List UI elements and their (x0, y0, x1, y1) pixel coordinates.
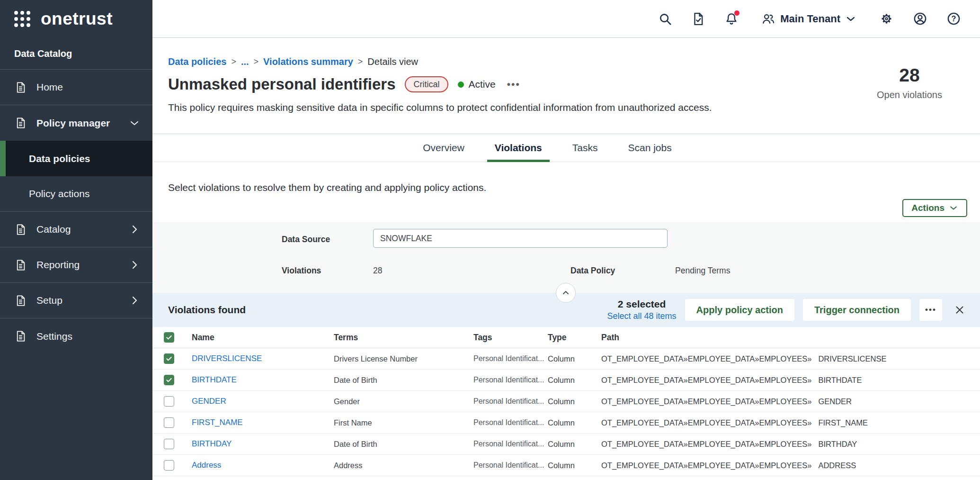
cell-terms: Address (334, 461, 473, 470)
cell-type: Column (548, 376, 601, 385)
column-header-tags: Tags (473, 333, 548, 343)
document-icon (14, 223, 27, 236)
table-row: FIRST_NAME First Name Personal Identific… (152, 412, 980, 434)
violations-hint: Select violations to resolve them by cre… (152, 181, 980, 194)
status-indicator: Active (458, 79, 496, 90)
sidebar-item-label: Catalog (36, 224, 71, 235)
path-prefix: OT_EMPLOYEE_DATA»EMPLOYEE_DATA»EMPLOYEES… (601, 354, 811, 363)
breadcrumb-separator: > (358, 56, 363, 67)
sidebar-item-settings[interactable]: Settings (0, 318, 152, 354)
sidebar-item-reporting[interactable]: Reporting (0, 247, 152, 283)
row-checkbox[interactable] (164, 375, 174, 385)
table-row: BIRTHDATE Date of Birth Personal Identif… (152, 370, 980, 391)
more-actions-button[interactable]: ••• (919, 299, 942, 321)
trigger-connection-button[interactable]: Trigger connection (803, 299, 911, 321)
selection-summary: 2 selected Select all 48 items (607, 299, 677, 321)
select-all-link[interactable]: Select all 48 items (607, 311, 677, 321)
filter-panel: Data Source Violations 28 Data Policy Pe… (152, 223, 980, 293)
row-checkbox[interactable] (164, 353, 174, 364)
data-source-input[interactable] (373, 229, 668, 248)
search-icon[interactable] (658, 12, 672, 26)
breadcrumb-link-data-policies[interactable]: Data policies (168, 56, 226, 67)
chevron-right-icon (129, 224, 140, 235)
tab-overview[interactable]: Overview (421, 134, 466, 162)
active-status-dot-icon (458, 82, 464, 88)
tab-violations[interactable]: Violations (493, 134, 544, 162)
path-prefix: OT_EMPLOYEE_DATA»EMPLOYEE_DATA»EMPLOYEES… (601, 376, 811, 384)
settings-gear-icon[interactable] (879, 11, 894, 26)
row-checkbox[interactable] (164, 439, 174, 449)
help-icon[interactable]: ? (946, 11, 961, 26)
violation-name-link[interactable]: DRIVERSLICENSE (192, 354, 334, 363)
violation-name-link[interactable]: FIRST_NAME (192, 418, 334, 427)
sidebar-item-policy-actions[interactable]: Policy actions (0, 176, 152, 212)
notifications-bell-icon[interactable] (724, 12, 739, 26)
path-prefix: OT_EMPLOYEE_DATA»EMPLOYEE_DATA»EMPLOYEES… (601, 461, 811, 470)
breadcrumb-separator: > (254, 56, 259, 67)
row-checkbox[interactable] (164, 460, 174, 471)
main-area: Main Tenant ? Data policies > ... (152, 0, 980, 480)
sidebar-item-home[interactable]: Home (0, 70, 152, 105)
collapse-panel-button[interactable] (556, 283, 576, 303)
table-row: GENDER Gender Personal Identificat... Co… (152, 391, 980, 412)
breadcrumb-link-violations-summary[interactable]: Violations summary (263, 56, 353, 67)
cell-path: OT_EMPLOYEE_DATA»EMPLOYEE_DATA»EMPLOYEES… (601, 397, 980, 406)
tab-scan-jobs[interactable]: Scan jobs (626, 134, 673, 162)
breadcrumb-link-ellipsis[interactable]: ... (241, 56, 249, 67)
brand-logo: onetrust (0, 0, 152, 38)
path-leaf: BIRTHDAY (818, 440, 857, 448)
logo-text: onetrust (41, 9, 113, 29)
tab-tasks[interactable]: Tasks (570, 134, 600, 162)
violations-found-title: Violations found (168, 304, 246, 316)
table-row: BIRTHDAY Date of Birth Personal Identifi… (152, 434, 980, 455)
notification-badge-dot (734, 10, 739, 16)
violation-name-link[interactable]: BIRTHDAY (192, 439, 334, 449)
tenant-switcher[interactable]: Main Tenant (761, 12, 856, 26)
violations-count-label: Violations (282, 266, 321, 276)
cell-type: Column (548, 461, 601, 470)
policy-description: This policy requires masking sensitive d… (168, 101, 966, 114)
tab-bar: Overview Violations Tasks Scan jobs (152, 134, 980, 162)
document-icon (14, 294, 27, 307)
sidebar-item-catalog[interactable]: Catalog (0, 212, 152, 247)
account-avatar-icon[interactable] (913, 11, 927, 26)
violation-name-link[interactable]: Address (192, 461, 334, 470)
cell-terms: Date of Birth (334, 376, 473, 385)
close-icon[interactable] (953, 304, 966, 316)
cell-terms: First Name (334, 418, 473, 427)
doc-check-icon[interactable] (691, 12, 705, 26)
chevron-right-icon (129, 259, 140, 271)
page-content: Data policies > ... > Violations summary… (152, 38, 980, 480)
row-checkbox[interactable] (164, 417, 174, 428)
path-leaf: DRIVERSLICENSE (818, 354, 886, 363)
actions-row: Actions (152, 199, 980, 217)
actions-button[interactable]: Actions (902, 199, 967, 217)
path-leaf: FIRST_NAME (818, 418, 868, 427)
cell-tags: Personal Identificat... (473, 376, 548, 384)
column-header-terms: Terms (334, 333, 473, 343)
sidebar-item-policy-manager[interactable]: Policy manager (0, 105, 152, 141)
cell-path: OT_EMPLOYEE_DATA»EMPLOYEE_DATA»EMPLOYEES… (601, 461, 980, 470)
stat-value: 28 (869, 65, 950, 86)
apply-policy-action-button[interactable]: Apply policy action (685, 299, 794, 321)
waffle-grid-icon (14, 11, 30, 27)
row-checkbox[interactable] (164, 396, 174, 407)
title-row: Unmasked personal identifiers Critical A… (168, 74, 966, 95)
actions-button-label: Actions (911, 203, 944, 213)
breadcrumb-separator: > (231, 56, 236, 67)
table-row: DRIVERSLICENSE Drivers License Number Pe… (152, 348, 980, 370)
more-menu-icon[interactable]: ••• (507, 79, 520, 90)
app-window: onetrust Data Catalog Home Policy manage… (0, 0, 980, 480)
cell-type: Column (548, 397, 601, 406)
select-all-checkbox[interactable] (164, 332, 174, 343)
violation-name-link[interactable]: GENDER (192, 397, 334, 406)
cell-path: OT_EMPLOYEE_DATA»EMPLOYEE_DATA»EMPLOYEES… (601, 376, 980, 385)
page-title: Unmasked personal identifiers (168, 74, 395, 95)
sidebar-item-data-policies[interactable]: Data policies (0, 141, 152, 176)
sidebar-item-label: Setup (36, 295, 62, 306)
sidebar-item-label: Policy actions (29, 188, 89, 199)
sidebar-item-setup[interactable]: Setup (0, 283, 152, 318)
path-leaf: GENDER (818, 397, 852, 406)
violation-name-link[interactable]: BIRTHDATE (192, 375, 334, 385)
svg-text:?: ? (952, 14, 956, 23)
